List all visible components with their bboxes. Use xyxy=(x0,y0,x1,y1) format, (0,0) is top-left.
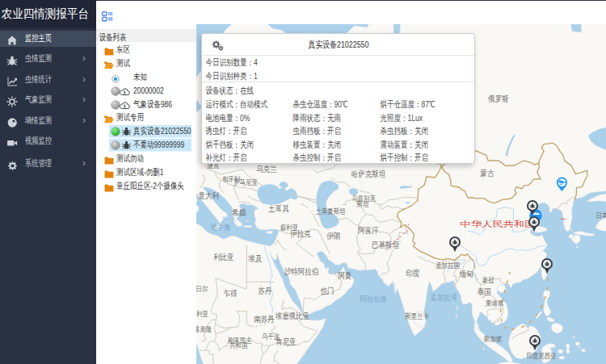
svg-text:阿富汗: 阿富汗 xyxy=(358,226,379,235)
svg-text:也门: 也门 xyxy=(321,287,335,295)
svg-text:尼日利亚: 尼日利亚 xyxy=(196,310,208,318)
svg-text:哈萨克斯坦: 哈萨克斯坦 xyxy=(351,169,386,178)
svg-text:希腊: 希腊 xyxy=(232,208,246,217)
svg-text:罗马尼亚: 罗马尼亚 xyxy=(234,178,258,186)
svg-text:孟加拉湾: 孟加拉湾 xyxy=(430,293,457,302)
svg-text:蒙古: 蒙古 xyxy=(480,169,494,178)
svg-text:南苏丹: 南苏丹 xyxy=(254,315,274,324)
svg-text:印度尼西亚: 印度尼西亚 xyxy=(527,352,557,360)
svg-text:土库曼斯坦: 土库曼斯坦 xyxy=(316,207,347,215)
svg-text:缅甸: 缅甸 xyxy=(460,270,473,278)
svg-text:印度: 印度 xyxy=(406,269,420,278)
svg-text:尼日尔: 尼日尔 xyxy=(196,285,208,293)
svg-text:斯里兰卡: 斯里兰卡 xyxy=(405,312,429,320)
svg-text:阿拉伯海: 阿拉伯海 xyxy=(360,295,387,303)
svg-text:埃塞俄比亚: 埃塞俄比亚 xyxy=(275,312,309,320)
svg-text:中华人民共和国: 中华人民共和国 xyxy=(461,220,535,228)
svg-text:喀麦隆: 喀麦隆 xyxy=(196,325,212,333)
svg-text:土耳其: 土耳其 xyxy=(268,204,290,213)
svg-text:意大利: 意大利 xyxy=(198,191,218,200)
svg-text:乍得: 乍得 xyxy=(224,289,238,298)
svg-text:泰国: 泰国 xyxy=(478,287,491,296)
svg-text:俄罗斯: 俄罗斯 xyxy=(488,94,509,103)
svg-text:柬埔寨: 柬埔寨 xyxy=(485,299,504,308)
svg-text:共和国: 共和国 xyxy=(229,341,247,349)
svg-text:沙特阿拉伯: 沙特阿拉伯 xyxy=(284,267,318,276)
svg-text:乌干达: 乌干达 xyxy=(262,333,280,341)
svg-text:孟加拉国: 孟加拉国 xyxy=(436,261,460,270)
svg-text:巴基斯坦: 巴基斯坦 xyxy=(372,241,399,249)
svg-text:苏丹: 苏丹 xyxy=(259,287,272,295)
svg-text:日本: 日本 xyxy=(596,211,606,220)
svg-text:利比亚: 利比亚 xyxy=(213,253,234,261)
svg-text:伊拉克: 伊拉克 xyxy=(290,229,312,238)
svg-text:伊朗: 伊朗 xyxy=(326,232,341,241)
svg-text:斯坦: 斯坦 xyxy=(357,200,369,208)
svg-text:老挝: 老挝 xyxy=(482,276,494,284)
svg-text:乌克兰: 乌克兰 xyxy=(256,165,276,174)
svg-text:埃及: 埃及 xyxy=(248,254,263,263)
svg-text:地中海: 地中海 xyxy=(210,223,230,232)
svg-text:新加坡: 新加坡 xyxy=(483,335,502,343)
svg-text:阿曼: 阿曼 xyxy=(339,271,352,280)
